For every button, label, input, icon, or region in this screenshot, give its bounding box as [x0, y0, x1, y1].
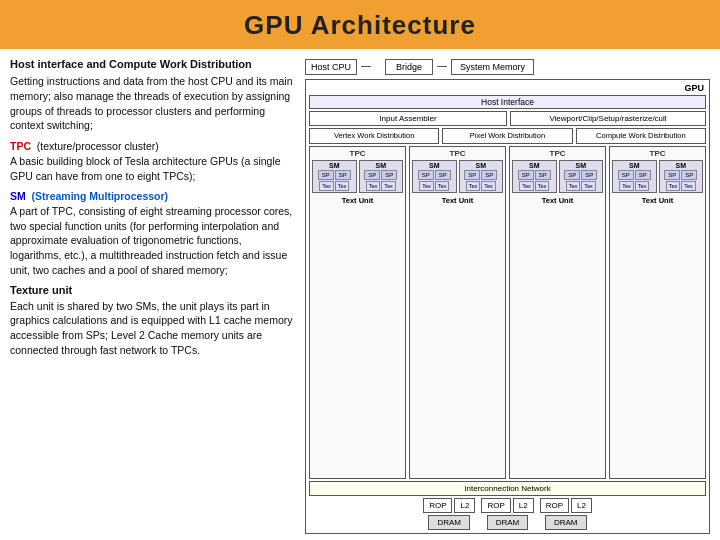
work-dist-row: Vertex Work Distribution Pixel Work Dist…	[309, 128, 706, 144]
tpc1-label: TPC	[312, 149, 403, 158]
sm-block-4a: SM SP SP Tex Tex	[612, 160, 657, 193]
vertex-work-box: Vertex Work Distribution	[309, 128, 439, 144]
tex-box-2b2: Tex	[481, 181, 496, 191]
tex-row-3a: Tex Tex	[519, 181, 549, 191]
sm2a-label: SM	[429, 162, 440, 169]
tpc2-label: TPC	[412, 149, 503, 158]
dram-box-1: DRAM	[428, 515, 470, 530]
tpc-cluster-3: TPC SM SP SP Tex Tex	[509, 146, 606, 479]
input-assembler-box: Input Assembler	[309, 111, 507, 126]
l2-label-1: L2	[460, 501, 469, 510]
sm-row-4: SM SP SP Tex Tex	[612, 160, 703, 193]
sm-block-1b: SM SP SP Tex Tex	[359, 160, 404, 193]
page-title: GPU Architecture	[0, 0, 720, 49]
sp-row-2b: SP SP	[464, 170, 497, 180]
tpc-desc: (texture/processor cluster)	[37, 140, 159, 152]
sp-row-1a: SP SP	[318, 170, 351, 180]
top-connections: Host CPU Bridge System Memory	[305, 57, 710, 75]
interconnect-label: Interconnection Network	[464, 484, 550, 493]
rop-box-1: ROP	[423, 498, 452, 513]
l2-box-3: L2	[571, 498, 592, 513]
title-text: GPU Architecture	[244, 10, 476, 40]
sm-block-3b: SM SP SP Tex Tex	[559, 160, 604, 193]
sm4b-label: SM	[676, 162, 687, 169]
sm2b-label: SM	[476, 162, 487, 169]
right-panel: Host CPU Bridge System Memory GPU Host I…	[305, 57, 710, 534]
tex-row-3b: Tex Tex	[566, 181, 596, 191]
sm-desc: (Streaming Multiprocessor)	[32, 190, 169, 202]
rop-l2-row-3: ROP L2	[540, 498, 592, 513]
l2-label-3: L2	[577, 501, 586, 510]
rop-group-1: ROP L2 DRAM	[423, 498, 475, 530]
gpu-outer: GPU Host Interface Input Assembler Viewp…	[305, 79, 710, 534]
viewport-label: Viewport/Clip/Setup/rasterize/cull	[549, 114, 666, 123]
input-viewport-row: Input Assembler Viewport/Clip/Setup/rast…	[309, 111, 706, 126]
tex-row-2b: Tex Tex	[466, 181, 496, 191]
sp-box-3a1: SP	[518, 170, 534, 180]
sm-block-2a: SM SP SP Tex Tex	[412, 160, 457, 193]
sm-label: SM	[10, 190, 26, 202]
dram-box-2: DRAM	[487, 515, 529, 530]
gpu-label: GPU	[684, 83, 704, 93]
tex-box-1b2: Tex	[381, 181, 396, 191]
host-cpu-label: Host CPU	[311, 62, 351, 72]
tpc-row: TPC SM SP SP Tex Tex	[309, 146, 706, 479]
tex-box-4b1: Tex	[666, 181, 681, 191]
section2-block: TPC (texture/processor cluster) A basic …	[10, 139, 295, 183]
content-area: Host interface and Compute Work Distribu…	[0, 49, 720, 540]
input-assembler-label: Input Assembler	[379, 114, 436, 123]
sp-row-4a: SP SP	[618, 170, 651, 180]
sm4a-label: SM	[629, 162, 640, 169]
viewport-box: Viewport/Clip/Setup/rasterize/cull	[510, 111, 706, 126]
section3-block: SM (Streaming Multiprocessor) A part of …	[10, 189, 295, 277]
tpc-cluster-4: TPC SM SP SP Tex Tex	[609, 146, 706, 479]
texture-unit-heading: Texture unit	[10, 284, 72, 296]
text-unit-label-2: Text Unit	[412, 196, 503, 205]
tpc-body: A basic building block of Tesla architec…	[10, 155, 281, 182]
tpc4-label: TPC	[612, 149, 703, 158]
pixel-work-label: Pixel Work Distribution	[470, 131, 545, 140]
rop-label-1: ROP	[429, 501, 446, 510]
tpc-label: TPC	[10, 140, 31, 152]
sp-row-1b: SP SP	[364, 170, 397, 180]
sm-body: A part of TPC, consisting of eight strea…	[10, 205, 292, 276]
sp-box-4a2: SP	[635, 170, 651, 180]
rop-l2-row-1: ROP L2	[423, 498, 475, 513]
tex-box-3b1: Tex	[566, 181, 581, 191]
sp-box-1a1: SP	[318, 170, 334, 180]
sm3a-label: SM	[529, 162, 540, 169]
rop-group-2: ROP L2 DRAM	[481, 498, 533, 530]
sp-box-3b2: SP	[581, 170, 597, 180]
text-unit-label-1: Text Unit	[312, 196, 403, 205]
sp-box-4a1: SP	[618, 170, 634, 180]
interconnect-row: Interconnection Network	[309, 481, 706, 496]
tex-row-2a: Tex Tex	[419, 181, 449, 191]
rop-group-3: ROP L2 DRAM	[540, 498, 592, 530]
rop-label-2: ROP	[487, 501, 504, 510]
tex-box-4a1: Tex	[619, 181, 634, 191]
sm-row-3: SM SP SP Tex Tex	[512, 160, 603, 193]
dram-box-3: DRAM	[545, 515, 587, 530]
sm-block-3a: SM SP SP Tex Tex	[512, 160, 557, 193]
sm-block-1a: SM SP SP Tex Tex	[312, 160, 357, 193]
rop-box-3: ROP	[540, 498, 569, 513]
sp-row-3a: SP SP	[518, 170, 551, 180]
bridge-label: Bridge	[396, 62, 422, 72]
sp-box-2a2: SP	[435, 170, 451, 180]
left-panel: Host interface and Compute Work Distribu…	[10, 57, 295, 534]
bottom-row: ROP L2 DRAM ROP	[309, 498, 706, 530]
connector-h2	[437, 66, 447, 67]
page: GPU Architecture Host interface and Comp…	[0, 0, 720, 540]
section1-heading: Host interface and Compute Work Distribu…	[10, 57, 295, 72]
tex-box-1b1: Tex	[366, 181, 381, 191]
tex-box-4a2: Tex	[635, 181, 650, 191]
tpc-cluster-2: TPC SM SP SP Tex Tex	[409, 146, 506, 479]
bridge-box: Bridge	[385, 59, 433, 75]
section1-body: Getting instructions and data from the h…	[10, 74, 295, 133]
dram-label-1: DRAM	[437, 518, 461, 527]
dram-label-2: DRAM	[496, 518, 520, 527]
rop-box-2: ROP	[481, 498, 510, 513]
sm-row-2: SM SP SP Tex Tex	[412, 160, 503, 193]
tex-box-2a1: Tex	[419, 181, 434, 191]
rop-label-3: ROP	[546, 501, 563, 510]
